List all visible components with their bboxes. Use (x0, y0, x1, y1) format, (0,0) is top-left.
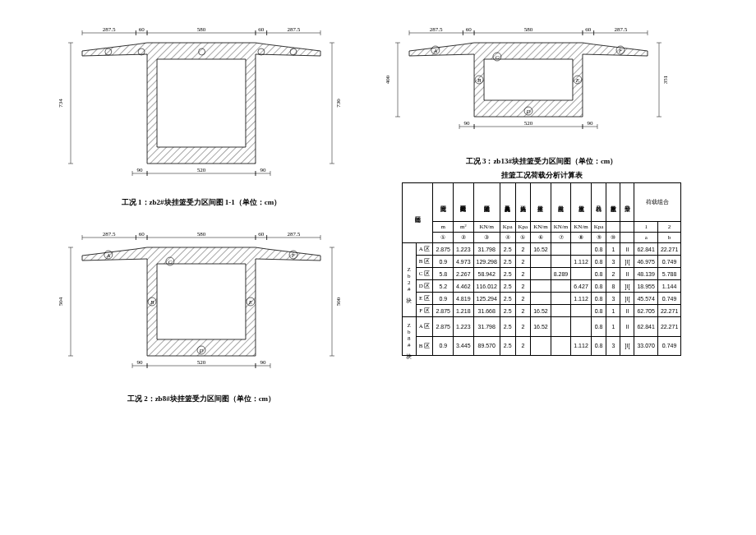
svg-text:90: 90 (137, 359, 144, 366)
load-table: 部位区间区间宽度区间梁截面积区间箱梁重施工机具及人群荷施工振捣力外模重量内模重量… (402, 182, 682, 356)
svg-text:520: 520 (524, 120, 533, 127)
figure-1: 287.5 60 580 60 287.5 90 520 90 734 (49, 20, 353, 208)
svg-text:60: 60 (139, 231, 145, 238)
svg-text:520: 520 (197, 359, 206, 366)
svg-text:580: 580 (524, 26, 533, 33)
svg-text:60: 60 (585, 26, 592, 33)
figure-2: 287.5 60 580 60 287.5 90 520 90 504 (49, 224, 353, 404)
svg-text:D: D (198, 348, 203, 354)
fig3-caption: 工况 3：zb13#块挂篮受力区间图（单位：cm） (376, 156, 707, 167)
svg-text:400: 400 (385, 75, 391, 84)
svg-text:A: A (106, 252, 111, 259)
svg-text:B: B (477, 77, 482, 84)
svg-text:287.5: 287.5 (614, 26, 627, 33)
svg-text:60: 60 (258, 26, 265, 33)
svg-text:580: 580 (197, 231, 206, 238)
svg-text:90: 90 (587, 120, 593, 127)
svg-text:287.5: 287.5 (287, 231, 300, 238)
svg-text:90: 90 (137, 167, 144, 173)
svg-text:C: C (496, 54, 500, 61)
svg-text:351: 351 (662, 75, 669, 84)
svg-text:F: F (618, 48, 623, 54)
svg-text:287.5: 287.5 (103, 231, 116, 238)
svg-text:500: 500 (335, 297, 342, 306)
figure-3: 287.5 60 580 60 287.5 90 520 90 400 (376, 20, 707, 167)
fig1-caption: 工况 1：zb2#块挂篮受力区间图 1-1（单位：cm） (49, 197, 353, 208)
svg-text:F: F (291, 252, 296, 259)
svg-text:504: 504 (58, 297, 64, 306)
svg-text:A: A (433, 48, 438, 54)
svg-text:730: 730 (335, 99, 342, 108)
svg-text:287.5: 287.5 (287, 26, 300, 33)
svg-text:734: 734 (58, 99, 64, 108)
svg-text:60: 60 (139, 26, 145, 33)
svg-text:60: 60 (466, 26, 472, 33)
svg-text:580: 580 (197, 26, 206, 33)
svg-text:287.5: 287.5 (430, 26, 443, 33)
svg-text:E: E (575, 77, 580, 84)
svg-text:90: 90 (260, 359, 266, 366)
table-title: 挂篮工况荷载分析计算表 (376, 170, 707, 181)
svg-text:E: E (248, 299, 253, 306)
fig2-caption: 工况 2：zb8#块挂篮受力区间图（单位：cm） (49, 394, 353, 404)
svg-text:60: 60 (258, 231, 265, 238)
svg-text:90: 90 (260, 167, 266, 173)
svg-text:B: B (150, 299, 154, 306)
svg-text:D: D (525, 108, 530, 115)
svg-text:C: C (168, 259, 173, 265)
svg-text:287.5: 287.5 (103, 26, 116, 33)
svg-text:90: 90 (464, 120, 471, 127)
svg-text:520: 520 (197, 167, 206, 173)
